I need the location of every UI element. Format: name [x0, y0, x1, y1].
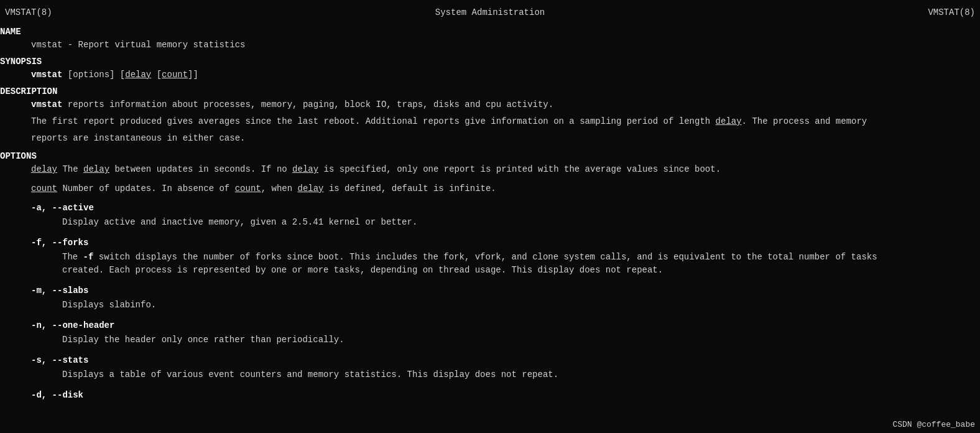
synopsis-body: vmstat [options] [delay [count]]: [0, 68, 980, 81]
footer: CSDN @coffee_babe: [892, 419, 975, 431]
option-delay-name: delay The delay between updates in secon…: [0, 163, 980, 176]
synopsis-count: count: [162, 70, 188, 80]
option-active: -a, --active Display active and inactive…: [0, 202, 980, 229]
option-one-header: -n, --one-header Display the header only…: [0, 319, 980, 347]
name-body: vmstat - Report virtual memory statistic…: [0, 39, 980, 52]
synopsis-section: SYNOPSIS vmstat [options] [delay [count]…: [0, 55, 980, 81]
name-section: NAME vmstat - Report virtual memory stat…: [0, 26, 980, 52]
option-forks: -f, --forks The -f switch displays the n…: [0, 236, 980, 277]
description-section: DESCRIPTION vmstat reports information a…: [0, 85, 980, 145]
option-disk: -d, --disk: [0, 389, 980, 402]
name-title: NAME: [0, 26, 980, 39]
option-stats-name: -s, --stats: [0, 354, 980, 367]
option-forks-desc: The -f switch displays the number of for…: [0, 251, 980, 277]
option-delay-desc: The delay between updates in seconds. If…: [62, 164, 721, 174]
delay-ref-1: delay: [83, 164, 109, 174]
synopsis-options: [options] [: [68, 70, 125, 80]
desc-line1-rest: reports information about processes, mem…: [68, 100, 553, 109]
desc-delay-link: delay: [716, 116, 742, 126]
option-one-header-name: -n, --one-header: [0, 319, 980, 332]
description-line3: reports are instantaneous in either case…: [0, 132, 980, 145]
option-count-name: count Number of updates. In absence of c…: [0, 182, 980, 195]
option-one-header-desc: Display the header only once rather than…: [0, 333, 980, 347]
option-forks-name: -f, --forks: [0, 236, 980, 249]
option-disk-name: -d, --disk: [0, 389, 980, 402]
desc-line2-text: The first report produced gives averages…: [31, 116, 716, 126]
desc-line2-end: . The process and memory: [742, 116, 867, 126]
synopsis-bracket: [: [151, 70, 162, 80]
main-content: NAME vmstat - Report virtual memory stat…: [0, 26, 980, 402]
options-title: OPTIONS: [0, 150, 980, 163]
description-title: DESCRIPTION: [0, 85, 980, 98]
option-count: count Number of updates. In absence of c…: [0, 182, 980, 195]
desc-vmstat: vmstat: [31, 100, 62, 109]
option-slabs-desc: Displays slabinfo.: [0, 299, 980, 312]
forks-f-flag: -f: [83, 252, 94, 262]
description-line2: The first report produced gives averages…: [0, 115, 980, 128]
delay-ref-2: delay: [292, 164, 318, 174]
header-center: System Administration: [435, 6, 545, 19]
option-active-desc: Display active and inactive memory, give…: [0, 216, 980, 229]
synopsis-title: SYNOPSIS: [0, 55, 980, 68]
description-line1: vmstat reports information about process…: [0, 98, 980, 111]
header-bar: VMSTAT(8) System Administration VMSTAT(8…: [0, 5, 980, 21]
option-stats-desc: Displays a table of various event counte…: [0, 368, 980, 381]
option-active-name: -a, --active: [0, 202, 980, 215]
synopsis-command: vmstat: [31, 70, 62, 80]
desc-line3-text: reports are instantaneous in either case…: [31, 133, 245, 143]
delay-ref-count: delay: [298, 184, 324, 193]
option-count-desc: Number of updates. In absence of count, …: [62, 184, 496, 193]
synopsis-delay: delay: [125, 70, 151, 80]
option-stats: -s, --stats Displays a table of various …: [0, 354, 980, 381]
synopsis-close: ]]: [188, 70, 198, 80]
options-section: OPTIONS delay The delay between updates …: [0, 150, 980, 402]
option-slabs: -m, --slabs Displays slabinfo.: [0, 284, 980, 312]
option-slabs-name: -m, --slabs: [0, 284, 980, 297]
header-left: VMSTAT(8): [5, 6, 52, 19]
header-right: VMSTAT(8): [928, 6, 975, 19]
option-delay-label: delay: [31, 164, 57, 174]
count-ref-1: count: [235, 184, 261, 193]
option-count-label: count: [31, 184, 57, 193]
option-delay: delay The delay between updates in secon…: [0, 163, 980, 176]
